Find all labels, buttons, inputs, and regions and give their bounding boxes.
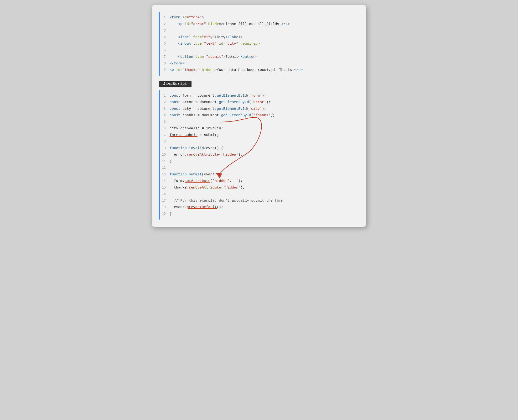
line-number: 4 [160, 35, 170, 40]
js-line-13: 13 function submit(event) { [160, 171, 359, 178]
js-line-7: 7 form.onsubmit = submit; [160, 132, 359, 139]
code-text: error.removeAttribute('hidden'); [170, 152, 359, 158]
js-line-11: 11 } [160, 158, 359, 165]
line-number: 3 [160, 106, 170, 112]
line-number: 3 [160, 28, 170, 34]
line-number: 2 [160, 22, 170, 27]
js-line-17: 17 // For this example, don't actually s… [160, 198, 359, 204]
js-line-18: 18 event.preventDefault(); [160, 204, 359, 211]
js-line-14: 14 form.setAttribute('hidden', ''); [160, 178, 359, 184]
js-code-block: 1 const form = document.getElementById('… [160, 90, 359, 220]
js-line-16: 16 [160, 191, 359, 198]
line-number: 6 [160, 48, 170, 53]
line-number: 14 [160, 178, 170, 184]
code-text [170, 119, 359, 125]
js-line-12: 12 [160, 165, 359, 171]
code-text: city.oninvalid = invalid; [170, 126, 359, 132]
html-line-5: 5 <input type="text" id="city" required> [160, 41, 359, 47]
line-number: 12 [160, 165, 170, 171]
code-text: event.preventDefault(); [170, 204, 359, 210]
html-line-7: 7 <button type="submit">Submit</button> [160, 54, 359, 60]
code-text: } [170, 211, 359, 217]
js-line-1: 1 const form = document.getElementById('… [160, 93, 359, 99]
line-number: 1 [160, 93, 170, 99]
code-text: const city = document.getElementById('ci… [170, 106, 359, 112]
js-line-8: 8 [160, 138, 359, 145]
code-text: </form> [170, 61, 359, 67]
line-number: 5 [160, 119, 170, 125]
code-text [170, 165, 359, 171]
code-text: form.setAttribute('hidden', ''); [170, 178, 359, 184]
code-text [170, 28, 359, 34]
line-number: 5 [160, 41, 170, 47]
line-number: 8 [160, 139, 170, 145]
line-number: 9 [160, 67, 170, 73]
html-code-section: 1 <form id="form"> 2 <p id="error" hidde… [159, 12, 359, 76]
js-line-15: 15 thanks.removeAttribute('hidden'); [160, 184, 359, 191]
line-number: 9 [160, 146, 170, 151]
code-text: <form id="form"> [170, 15, 359, 21]
line-number: 2 [160, 99, 170, 105]
line-number: 19 [160, 211, 170, 217]
js-line-4: 4 const thanks = document.getElementById… [160, 112, 359, 119]
html-line-8: 8 </form> [160, 60, 359, 67]
line-number: 8 [160, 61, 170, 67]
line-number: 13 [160, 172, 170, 178]
line-number: 6 [160, 126, 170, 131]
js-line-10: 10 error.removeAttribute('hidden'); [160, 151, 359, 158]
code-text: <p id="error" hidden>Please fill out all… [170, 21, 359, 27]
code-text: <input type="text" id="city" required> [170, 41, 359, 47]
line-number: 10 [160, 152, 170, 158]
js-line-6: 6 city.oninvalid = invalid; [160, 125, 359, 132]
js-line-5: 5 [160, 119, 359, 126]
code-text [170, 139, 359, 145]
js-section-label: JavaScript [159, 81, 192, 87]
code-text: function submit(event) { [170, 172, 359, 178]
code-text: // For this example, don't actually subm… [170, 198, 359, 204]
html-line-4: 4 <label for="city">City</label> [160, 34, 359, 41]
code-text [170, 191, 359, 197]
line-number: 15 [160, 185, 170, 191]
line-number: 4 [160, 113, 170, 118]
code-text: const thanks = document.getElementById('… [170, 112, 359, 119]
main-card: 1 <form id="form"> 2 <p id="error" hidde… [152, 5, 366, 227]
html-line-9: 9 <p id="thanks" hidden>Your data has be… [160, 67, 359, 74]
code-text: function invalid(event) { [170, 145, 359, 151]
code-text: const error = document.getElementById('e… [170, 99, 359, 105]
html-line-6: 6 [160, 47, 359, 54]
html-line-3: 3 [160, 27, 359, 34]
js-line-3: 3 const city = document.getElementById('… [160, 106, 359, 112]
code-text: const form = document.getElementById('fo… [170, 93, 359, 99]
code-text: thanks.removeAttribute('hidden'); [170, 185, 359, 191]
line-number: 11 [160, 159, 170, 165]
code-text: <p id="thanks" hidden>Your data has been… [170, 67, 359, 73]
line-number: 7 [160, 54, 170, 60]
code-text: <label for="city">City</label> [170, 34, 359, 41]
js-line-19: 19 } [160, 211, 359, 218]
line-number: 17 [160, 198, 170, 204]
js-header-wrap: JavaScript [159, 81, 359, 87]
html-code-block: 1 <form id="form"> 2 <p id="error" hidde… [160, 12, 359, 76]
js-line-2: 2 const error = document.getElementById(… [160, 99, 359, 106]
line-number: 7 [160, 132, 170, 138]
code-text: <button type="submit">Submit</button> [170, 54, 359, 60]
js-code-section: 1 const form = document.getElementById('… [159, 90, 359, 220]
code-text: } [170, 158, 359, 165]
line-number: 18 [160, 204, 170, 210]
html-line-1: 1 <form id="form"> [160, 14, 359, 21]
code-text: form.onsubmit = submit; [170, 132, 359, 138]
html-line-2: 2 <p id="error" hidden>Please fill out a… [160, 21, 359, 28]
code-text [170, 47, 359, 54]
line-number: 16 [160, 191, 170, 197]
line-number: 1 [160, 15, 170, 21]
js-line-9: 9 function invalid(event) { [160, 145, 359, 152]
